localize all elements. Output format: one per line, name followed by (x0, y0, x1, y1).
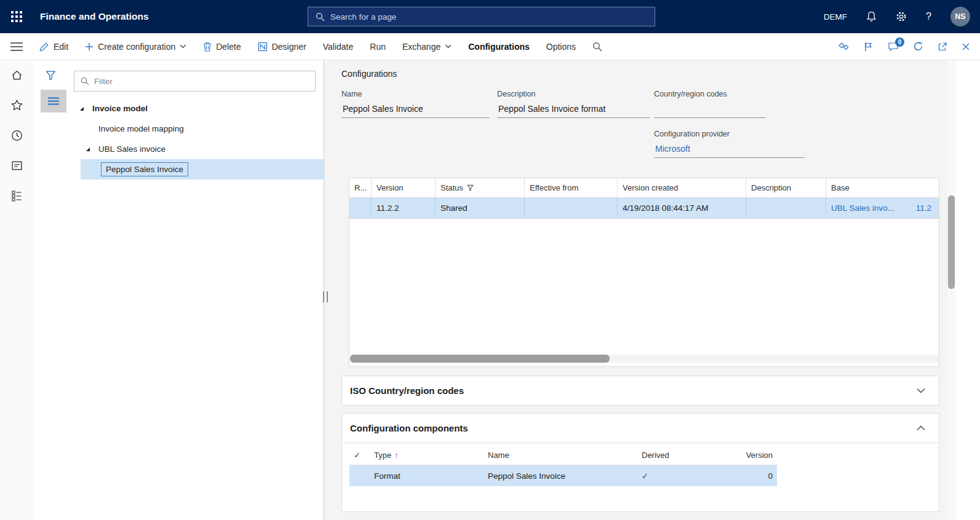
vertical-scrollbar[interactable] (946, 60, 955, 520)
description-field-label: Description (497, 90, 650, 98)
tree-item-invoice-model[interactable]: Invoice model (33, 98, 324, 119)
help-icon[interactable]: ? (926, 11, 931, 22)
main-content: Configurations Name Peppol Sales Invoice… (325, 60, 980, 520)
configuration-tree-panel: Invoice model Invoice model mapping UBL … (33, 60, 324, 520)
selected-tree-item-label: Peppol Sales Invoice (101, 162, 188, 176)
versions-grid: R... Version Status Effective from Versi… (349, 178, 939, 367)
tree-filter-box[interactable] (74, 71, 316, 92)
iso-country-region-codes-section-header[interactable]: ISO Country/region codes (341, 376, 939, 406)
section-title: Configuration components (350, 423, 468, 433)
tree-item-ubl-sales-invoice[interactable]: UBL Sales invoice (33, 139, 324, 159)
actionbar-search-icon[interactable] (592, 42, 602, 52)
column-header-name[interactable]: Name (484, 451, 637, 460)
column-header-version[interactable]: Version (739, 451, 777, 460)
panel-splitter-handle[interactable] (323, 291, 328, 302)
top-navigation-bar: Finance and Operations DEMF ? NS (0, 0, 980, 33)
column-header-type[interactable]: Type ↑ (370, 451, 484, 460)
chevron-down-icon (180, 44, 186, 49)
checklist-icon[interactable] (9, 188, 24, 203)
name-field-label: Name (341, 90, 489, 98)
pencil-icon (39, 42, 49, 52)
create-configuration-button[interactable]: Create configuration (85, 42, 186, 52)
company-selector[interactable]: DEMF (824, 12, 847, 22)
column-header-status[interactable]: Status (436, 178, 525, 197)
close-icon[interactable] (962, 42, 970, 51)
column-header-effective-from[interactable]: Effective from (525, 178, 618, 197)
tree-item-peppol-sales-invoice[interactable]: Peppol Sales Invoice (81, 159, 324, 179)
app-launcher-waffle-icon[interactable] (0, 0, 33, 33)
plus-icon (85, 42, 94, 51)
base-configuration-link[interactable]: UBL Sales invo... (831, 203, 894, 213)
user-avatar[interactable]: NS (950, 7, 970, 26)
notifications-bell-icon[interactable] (866, 11, 877, 22)
designer-button[interactable]: Designer (258, 42, 306, 52)
recent-clock-icon[interactable] (9, 128, 24, 143)
country-region-codes-field: Country/region codes (654, 90, 765, 118)
tree-filter-input[interactable] (94, 77, 309, 86)
tree-expanded-triangle-icon[interactable] (85, 147, 90, 152)
edit-button[interactable]: Edit (39, 42, 68, 52)
tree-expanded-triangle-icon[interactable] (79, 106, 84, 111)
version-cell: 11.2.2 (372, 198, 436, 218)
messages-icon[interactable]: 0 (888, 42, 899, 52)
trash-icon (203, 42, 212, 52)
column-header-description[interactable]: Description (746, 178, 826, 197)
row-select-cell[interactable] (349, 198, 372, 218)
navigation-hamburger-icon[interactable] (9, 40, 24, 53)
description-field: Description Peppol Sales Invoice format (497, 90, 650, 118)
home-icon[interactable] (9, 68, 24, 82)
versions-grid-selected-row[interactable]: 11.2.2 Shared 4/19/2018 08:44:17 AM UBL … (349, 198, 939, 219)
sort-ascending-icon: ↑ (394, 451, 398, 460)
name-field-value[interactable]: Peppol Sales Invoice (341, 103, 489, 118)
column-header-base[interactable]: Base (826, 178, 939, 197)
favorites-star-icon[interactable] (9, 98, 24, 112)
description-field-value[interactable]: Peppol Sales Invoice format (497, 103, 650, 118)
page-search-box[interactable] (308, 7, 655, 26)
message-count-badge: 0 (895, 37, 904, 47)
column-header-derived[interactable]: Derived (637, 451, 739, 460)
status-cell: Shared (436, 198, 525, 218)
description-cell (746, 198, 826, 218)
tree-item-invoice-model-mapping[interactable]: Invoice model mapping (33, 119, 324, 139)
select-all-column-header[interactable]: ✓ (349, 451, 370, 460)
configuration-provider-value[interactable]: Microsoft (654, 143, 805, 158)
page-search-input[interactable] (330, 12, 647, 22)
refresh-icon[interactable] (913, 41, 923, 52)
configuration-components-section-header[interactable]: Configuration components (341, 413, 939, 443)
app-title: Finance and Operations (40, 11, 149, 22)
open-in-new-window-icon[interactable] (938, 42, 947, 52)
flag-icon[interactable] (864, 42, 874, 52)
settings-gear-icon[interactable] (896, 11, 907, 22)
type-cell: Format (370, 471, 484, 481)
derived-checkmark-icon: ✓ (642, 471, 648, 481)
related-apps-diamonds-icon[interactable] (839, 42, 850, 51)
column-header-r[interactable]: R... (349, 178, 372, 197)
tab-options[interactable]: Options (546, 42, 576, 52)
tree-filter-funnel-button[interactable] (41, 66, 60, 84)
base-version-link[interactable]: 11.2 (916, 203, 931, 213)
topbar-right-cluster: DEMF ? NS (824, 0, 970, 33)
column-header-version[interactable]: Version (372, 178, 436, 197)
country-region-codes-value[interactable] (654, 103, 765, 118)
country-region-codes-label: Country/region codes (654, 90, 765, 98)
component-name-link[interactable]: Peppol Sales Invoice (488, 471, 565, 481)
funnel-icon (46, 70, 56, 81)
search-icon (316, 12, 325, 22)
effective-from-cell (525, 198, 618, 218)
vertical-scrollbar-thumb[interactable] (948, 195, 955, 289)
components-grid-selected-row[interactable]: Format Peppol Sales Invoice ✓ 0 (349, 465, 777, 486)
filter-funnel-icon (467, 184, 474, 191)
delete-button[interactable]: Delete (203, 42, 241, 52)
validate-button[interactable]: Validate (323, 42, 354, 52)
derived-cell: ✓ (637, 471, 739, 481)
versions-grid-header: R... Version Status Effective from Versi… (349, 178, 939, 198)
horizontal-scrollbar[interactable] (350, 355, 938, 363)
exchange-button[interactable]: Exchange (402, 42, 452, 52)
version-cell: 0 (739, 471, 777, 481)
configuration-tree: Invoice model Invoice model mapping UBL … (33, 98, 324, 179)
workspace-card-icon[interactable] (9, 158, 24, 173)
tab-configurations[interactable]: Configurations (468, 42, 530, 52)
column-header-version-created[interactable]: Version created (618, 178, 746, 197)
horizontal-scrollbar-thumb[interactable] (350, 355, 610, 363)
run-button[interactable]: Run (370, 42, 386, 52)
